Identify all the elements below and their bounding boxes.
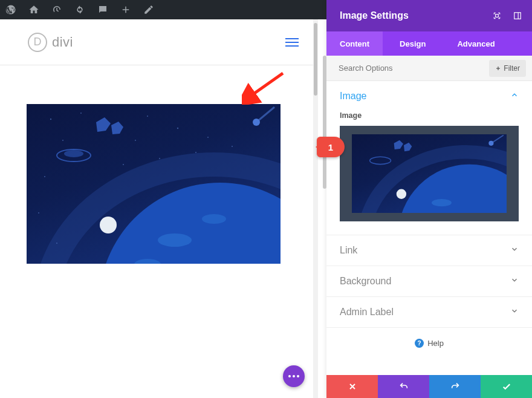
svg-point-30 (397, 189, 406, 199)
comments-icon[interactable] (97, 4, 109, 16)
preview-scrollbar[interactable] (313, 19, 318, 398)
chevron-down-icon (510, 276, 519, 287)
section-admin-label: Admin Label (326, 297, 532, 328)
svg-point-28 (398, 165, 507, 213)
section-image: Image Image (326, 81, 532, 235)
logo-text: divi (52, 34, 73, 50)
dock-icon[interactable] (513, 11, 522, 21)
svg-point-18 (123, 164, 124, 165)
section-link: Link (326, 235, 532, 266)
svg-rect-24 (496, 15, 499, 18)
site-header: D divi (0, 19, 316, 65)
panel-footer (326, 375, 532, 398)
svg-point-3 (202, 214, 226, 224)
tab-advanced[interactable]: Advanced (443, 31, 509, 56)
image-thumbnail (352, 134, 507, 213)
svg-point-2 (158, 233, 192, 247)
svg-point-7 (64, 150, 83, 157)
image-module[interactable] (27, 104, 281, 264)
panel-scrollbar[interactable] (323, 31, 326, 375)
search-bar: Filter (326, 56, 532, 81)
svg-point-10 (80, 113, 82, 114)
undo-button[interactable] (378, 375, 429, 398)
chevron-down-icon (510, 245, 519, 256)
svg-point-14 (135, 140, 136, 141)
builder-fab[interactable] (283, 365, 305, 387)
svg-point-22 (56, 243, 57, 244)
help-label: Help (427, 339, 444, 348)
redo-button[interactable] (429, 375, 481, 398)
help-icon: ? (415, 339, 424, 348)
svg-point-31 (370, 157, 391, 164)
help-link[interactable]: ? Help (326, 328, 532, 359)
field-label-image: Image (326, 111, 532, 126)
section-toggle-admin-label[interactable]: Admin Label (326, 297, 532, 327)
svg-point-17 (38, 212, 39, 214)
panel-tabs: Content Design Advanced (326, 31, 532, 56)
tab-content[interactable]: Content (326, 31, 383, 56)
wordpress-icon[interactable] (5, 4, 17, 16)
image-picker[interactable] (340, 126, 519, 221)
tab-design[interactable]: Design (383, 31, 443, 56)
section-title: Admin Label (340, 307, 394, 318)
chevron-down-icon (510, 307, 519, 318)
add-icon[interactable] (120, 4, 132, 16)
section-title: Image (340, 91, 366, 102)
svg-point-29 (432, 199, 452, 206)
annotation-step-badge: 1 (317, 137, 345, 157)
panel-title: Image Settings (340, 10, 409, 21)
filter-button[interactable]: Filter (489, 60, 526, 77)
edit-icon[interactable] (143, 4, 155, 16)
svg-point-20 (195, 152, 196, 153)
svg-rect-25 (514, 13, 521, 19)
logo-mark: D (28, 33, 47, 52)
svg-point-12 (177, 128, 178, 129)
filter-label: Filter (504, 64, 520, 73)
settings-panel: Image Settings Content Design Advanced F… (326, 0, 532, 398)
panel-body: Image Image (326, 81, 532, 375)
svg-point-15 (207, 137, 209, 138)
svg-point-16 (44, 176, 45, 177)
svg-point-9 (50, 119, 51, 120)
svg-point-13 (62, 140, 63, 141)
svg-point-11 (147, 116, 148, 117)
home-icon[interactable] (28, 4, 40, 16)
section-toggle-link[interactable]: Link (326, 235, 532, 266)
site-logo[interactable]: D divi (28, 33, 73, 52)
panel-header[interactable]: Image Settings (326, 0, 532, 31)
menu-toggle-icon[interactable] (285, 38, 299, 47)
search-input[interactable] (339, 64, 489, 73)
svg-point-19 (159, 158, 160, 159)
expand-icon[interactable] (492, 11, 502, 21)
section-toggle-image[interactable]: Image (326, 81, 532, 111)
save-button[interactable] (481, 375, 532, 398)
section-title: Link (340, 245, 357, 256)
section-background: Background (326, 266, 532, 297)
svg-point-5 (100, 217, 117, 233)
section-toggle-background[interactable]: Background (326, 266, 532, 296)
section-title: Background (340, 276, 391, 287)
chevron-up-icon (510, 91, 519, 102)
svg-point-21 (232, 146, 233, 147)
dashboard-icon[interactable] (51, 4, 63, 16)
refresh-icon[interactable] (74, 4, 86, 16)
cancel-button[interactable] (326, 375, 378, 398)
page-canvas (0, 65, 316, 282)
page-preview: D divi (0, 19, 316, 398)
